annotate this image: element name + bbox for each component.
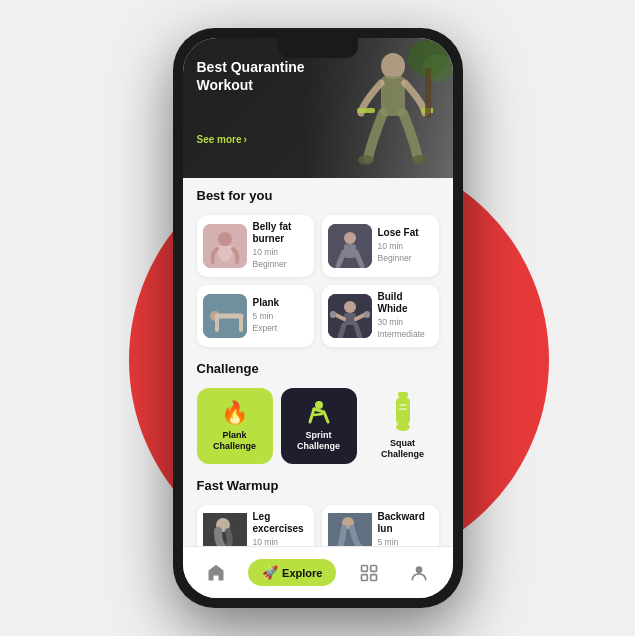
- challenge-card-squat[interactable]: SquatChallenge: [365, 388, 441, 464]
- best-for-you-title: Best for you: [197, 188, 439, 203]
- svg-point-2: [358, 155, 374, 165]
- svg-point-35: [416, 566, 423, 573]
- exercise-name-build: Build Whide: [378, 291, 433, 315]
- stats-icon: [359, 563, 379, 583]
- home-icon: [206, 563, 226, 583]
- screen-content[interactable]: Best Quarantine Workout See more › Best …: [183, 38, 453, 546]
- exercise-name-belly: Belly fat burner: [253, 221, 308, 245]
- challenge-title: Challenge: [197, 361, 439, 376]
- warmup-meta-leg: 10 minBeginner: [253, 537, 308, 546]
- svg-rect-4: [357, 108, 375, 113]
- hero-plant: [403, 38, 453, 118]
- challenge-row: 🔥 PlankChallenge S: [183, 388, 453, 468]
- leg-figure: [203, 513, 247, 546]
- challenge-card-sprint[interactable]: SprintChallenge: [281, 388, 357, 464]
- see-more-label: See more: [197, 134, 242, 145]
- exercise-thumb-belly: [203, 224, 247, 268]
- warmup-info-leg: Leg excercises 10 minBeginner: [253, 511, 308, 546]
- bottom-navigation: 🚀 Explore: [183, 546, 453, 598]
- exercise-thumb-plank: [203, 294, 247, 338]
- svg-point-21: [315, 401, 323, 409]
- exercise-thumb-losefat: [328, 224, 372, 268]
- backward-figure: [328, 513, 372, 546]
- svg-rect-23: [396, 397, 410, 425]
- phone-screen: Best Quarantine Workout See more › Best …: [183, 38, 453, 598]
- warmup-card-leg[interactable]: Leg excercises 10 minBeginner: [197, 505, 314, 546]
- svg-rect-32: [371, 565, 377, 571]
- svg-rect-20: [364, 311, 370, 318]
- squat-bottle-icon: [388, 392, 418, 432]
- warmup-thumb-backward: [328, 513, 372, 546]
- see-more-arrow: ›: [244, 134, 247, 145]
- warmup-row: Leg excercises 10 minBeginner: [183, 505, 453, 546]
- svg-point-0: [381, 53, 405, 79]
- sprint-icon-container: [304, 400, 334, 426]
- exercise-grid: Belly fat burner 10 minBeginner: [183, 215, 453, 351]
- hero-title: Best Quarantine Workout: [197, 58, 317, 94]
- exercise-card-belly[interactable]: Belly fat burner 10 minBeginner: [197, 215, 314, 277]
- exercise-card-losefat[interactable]: Lose Fat 10 minBeginner: [322, 215, 439, 277]
- warmup-card-backward[interactable]: Backward lun 5 minBeginner: [322, 505, 439, 546]
- exercise-card-build[interactable]: Build Whide 30 minIntermediate: [322, 285, 439, 347]
- exercise-meta-plank: 5 minExpert: [253, 311, 308, 335]
- nav-explore[interactable]: 🚀 Explore: [248, 559, 336, 586]
- build-figure: [328, 294, 372, 338]
- fast-warmup-title: Fast Warmup: [197, 478, 439, 493]
- exercise-meta-losefat: 10 minBeginner: [378, 241, 433, 265]
- exercise-info-belly: Belly fat burner 10 minBeginner: [253, 221, 308, 271]
- scene: Best Quarantine Workout See more › Best …: [0, 0, 635, 636]
- exercise-meta-build: 30 minIntermediate: [378, 317, 433, 341]
- svg-rect-26: [399, 408, 407, 410]
- nav-stats[interactable]: [351, 559, 387, 587]
- nav-profile[interactable]: [401, 559, 437, 587]
- exercise-info-losefat: Lose Fat 10 minBeginner: [378, 227, 433, 265]
- challenge-card-plank[interactable]: 🔥 PlankChallenge: [197, 388, 273, 464]
- see-more-link[interactable]: See more ›: [197, 134, 317, 145]
- plank-challenge-icon: 🔥: [221, 400, 248, 426]
- hero-text-block: Best Quarantine Workout See more ›: [197, 58, 317, 145]
- svg-point-12: [344, 232, 356, 244]
- phone-frame: Best Quarantine Workout See more › Best …: [173, 28, 463, 608]
- exercise-name-losefat: Lose Fat: [378, 227, 433, 239]
- profile-icon: [409, 563, 429, 583]
- hero-banner: Best Quarantine Workout See more ›: [183, 38, 453, 178]
- plank-figure: [203, 294, 247, 338]
- svg-point-3: [412, 155, 428, 165]
- svg-rect-8: [425, 68, 431, 118]
- svg-rect-22: [398, 392, 408, 397]
- nav-home[interactable]: [198, 559, 234, 587]
- squat-challenge-label: SquatChallenge: [381, 438, 424, 460]
- warmup-name-leg: Leg excercises: [253, 511, 308, 535]
- plank-challenge-label: PlankChallenge: [213, 430, 256, 452]
- exercise-card-plank[interactable]: Plank 5 minExpert: [197, 285, 314, 347]
- exercise-info-plank: Plank 5 minExpert: [253, 297, 308, 335]
- belly-figure: [203, 224, 247, 268]
- svg-rect-33: [361, 574, 367, 580]
- challenge-section: Challenge: [183, 351, 453, 388]
- explore-label: Explore: [282, 567, 322, 579]
- svg-point-24: [396, 423, 410, 431]
- svg-rect-34: [371, 574, 377, 580]
- exercise-meta-belly: 10 minBeginner: [253, 247, 308, 271]
- best-for-you-section: Best for you: [183, 178, 453, 215]
- warmup-info-backward: Backward lun 5 minBeginner: [378, 511, 433, 546]
- losefat-figure: [328, 224, 372, 268]
- exercise-thumb-build: [328, 294, 372, 338]
- sprint-icon: [304, 400, 334, 424]
- sprint-challenge-label: SprintChallenge: [297, 430, 340, 452]
- phone-notch: [278, 38, 358, 58]
- warmup-name-backward: Backward lun: [378, 511, 433, 535]
- warmup-meta-backward: 5 minBeginner: [378, 537, 433, 546]
- svg-point-17: [344, 301, 356, 313]
- exercise-name-plank: Plank: [253, 297, 308, 309]
- fast-warmup-section: Fast Warmup: [183, 468, 453, 505]
- squat-icon-container: [388, 392, 418, 434]
- exercise-info-build: Build Whide 30 minIntermediate: [378, 291, 433, 341]
- explore-rocket-icon: 🚀: [262, 565, 278, 580]
- svg-rect-19: [330, 311, 336, 318]
- svg-point-10: [218, 232, 232, 246]
- warmup-thumb-leg: [203, 513, 247, 546]
- svg-rect-25: [399, 404, 407, 406]
- svg-rect-31: [361, 565, 367, 571]
